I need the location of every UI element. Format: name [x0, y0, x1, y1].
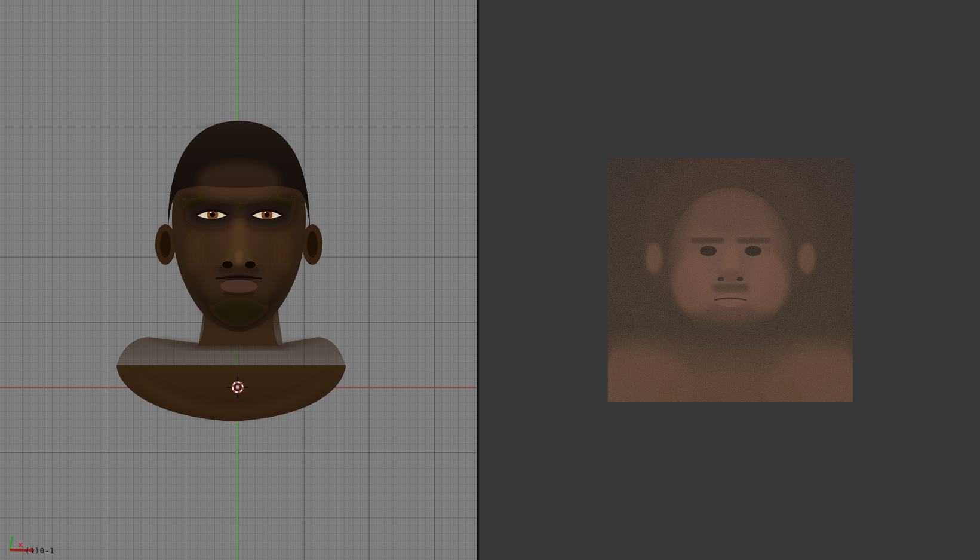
3d-viewport[interactable]: x (1)0-1 [0, 0, 477, 560]
face-texture-image [608, 158, 853, 402]
app-window: x (1)0-1 [0, 0, 980, 560]
cursor-3d-icon [226, 375, 250, 399]
texture-panel[interactable]: M ODDING WAY www.moddingway.com [479, 0, 980, 560]
texture-eye-hole-right [745, 246, 761, 256]
gizmo-x-axis-label: x [19, 541, 23, 548]
viewport-info-label: (1)0-1 [25, 547, 54, 555]
texture-eye-hole-left [700, 246, 717, 256]
